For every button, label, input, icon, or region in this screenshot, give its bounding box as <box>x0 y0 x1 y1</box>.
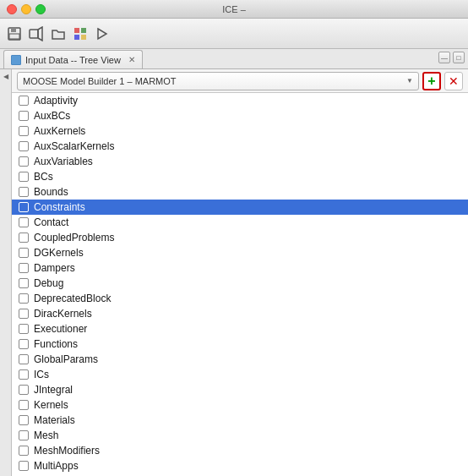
tree-item-label: AuxScalarKernels <box>34 140 114 152</box>
tree-item-label: Dampers <box>34 262 75 274</box>
tree-item-label: GlobalParams <box>34 353 98 365</box>
tree-item-label: Executioner <box>34 323 87 335</box>
tree-item-checkbox[interactable] <box>19 172 29 182</box>
window-controls[interactable] <box>7 4 46 14</box>
tree-item-checkbox[interactable] <box>19 385 29 395</box>
tree-item-label: Kernels <box>34 399 68 411</box>
tree-item[interactable]: Functions <box>12 336 468 352</box>
app-container: Input Data -- Tree View ✕ — □ ◀ MOOSE Mo… <box>0 49 468 476</box>
tree-item[interactable]: Debug <box>12 276 468 291</box>
tree-item[interactable]: AuxBCs <box>12 108 468 123</box>
tree-item-label: AuxBCs <box>34 110 70 122</box>
tree-item-checkbox[interactable] <box>19 324 29 334</box>
panel-maximize-button[interactable]: □ <box>453 52 465 63</box>
tree-item-checkbox[interactable] <box>19 233 29 243</box>
model-select-text: MOOSE Model Builder 1 – MARMOT <box>23 76 403 86</box>
tree-item-label: AuxKernels <box>34 125 85 137</box>
sidebar-toggle[interactable]: ◀ <box>0 69 12 476</box>
tree-item[interactable]: Contact <box>12 215 468 230</box>
tree-item-checkbox[interactable] <box>19 141 29 151</box>
tree-item-label: Mesh <box>34 429 58 441</box>
title-bar: ICE – <box>0 0 468 19</box>
svg-rect-5 <box>74 28 79 33</box>
tree-item[interactable]: DGKernels <box>12 245 468 260</box>
tree-item-checkbox[interactable] <box>19 248 29 258</box>
open-icon[interactable] <box>49 25 68 43</box>
tree-item[interactable]: Constraints <box>12 200 468 215</box>
tree-item[interactable]: Dampers <box>12 260 468 276</box>
tree-item[interactable]: GlobalParams <box>12 352 468 367</box>
tree-item-label: AuxVariables <box>34 156 93 167</box>
tree-list[interactable]: AdaptivityAuxBCsAuxKernelsAuxScalarKerne… <box>12 93 468 476</box>
forward-icon[interactable] <box>93 25 112 43</box>
model-select[interactable]: MOOSE Model Builder 1 – MARMOT ▼ <box>17 72 419 90</box>
tree-item[interactable]: Adaptivity <box>12 93 468 108</box>
tree-item[interactable]: Kernels <box>12 397 468 413</box>
tree-item-label: Contact <box>34 216 68 228</box>
grid-icon[interactable] <box>71 25 90 43</box>
tree-item[interactable]: MultiApps <box>12 458 468 473</box>
tree-item[interactable]: JIntegral <box>12 382 468 397</box>
tree-item-checkbox[interactable] <box>19 263 29 273</box>
tree-item[interactable]: DeprecatedBlock <box>12 291 468 306</box>
tree-item-checkbox[interactable] <box>19 187 29 197</box>
tree-item-checkbox[interactable] <box>19 446 29 456</box>
tree-item-checkbox[interactable] <box>19 461 29 471</box>
tree-item[interactable]: BCs <box>12 169 468 184</box>
tree-item-checkbox[interactable] <box>19 278 29 288</box>
maximize-button[interactable] <box>35 4 46 14</box>
tree-item-checkbox[interactable] <box>19 293 29 304</box>
svg-marker-9 <box>98 29 106 39</box>
tree-item-label: BCs <box>34 171 53 183</box>
tree-item-checkbox[interactable] <box>19 217 29 227</box>
tree-item-label: DeprecatedBlock <box>34 293 111 304</box>
tree-item-checkbox[interactable] <box>19 339 29 349</box>
dropdown-bar: MOOSE Model Builder 1 – MARMOT ▼ + ✕ <box>12 69 468 93</box>
tree-item[interactable]: Bounds <box>12 184 468 200</box>
tree-item-label: Debug <box>34 277 63 289</box>
tree-item-checkbox[interactable] <box>19 309 29 319</box>
tree-item-label: Constraints <box>34 201 85 213</box>
tree-item[interactable]: AuxKernels <box>12 123 468 139</box>
tab-label: Input Data -- Tree View <box>25 55 121 65</box>
tree-item[interactable]: AuxVariables <box>12 154 468 169</box>
tree-item[interactable]: AuxScalarKernels <box>12 139 468 154</box>
panel-controls: — □ <box>438 52 465 63</box>
tree-item[interactable]: Executioner <box>12 321 468 336</box>
tree-item-checkbox[interactable] <box>19 354 29 364</box>
svg-marker-4 <box>38 27 42 41</box>
svg-rect-6 <box>81 28 86 33</box>
toolbar <box>0 19 468 49</box>
remove-model-button[interactable]: ✕ <box>444 72 463 90</box>
svg-rect-7 <box>74 35 79 40</box>
tree-item-checkbox[interactable] <box>19 400 29 410</box>
svg-rect-1 <box>11 28 16 32</box>
tree-item-checkbox[interactable] <box>19 415 29 425</box>
minimize-button[interactable] <box>21 4 31 14</box>
tree-item[interactable]: CoupledProblems <box>12 230 468 245</box>
tree-item-checkbox[interactable] <box>19 111 29 121</box>
tree-item[interactable]: Mesh <box>12 428 468 443</box>
tree-item-checkbox[interactable] <box>19 96 29 106</box>
tree-item-label: Materials <box>34 414 75 426</box>
tree-item-checkbox[interactable] <box>19 369 29 380</box>
add-model-button[interactable]: + <box>422 72 441 90</box>
tree-item-checkbox[interactable] <box>19 430 29 440</box>
tree-item[interactable]: ICs <box>12 367 468 382</box>
content-area: ◀ MOOSE Model Builder 1 – MARMOT ▼ + ✕ A… <box>0 69 468 476</box>
back-icon[interactable] <box>27 25 46 43</box>
tree-item-checkbox[interactable] <box>19 156 29 167</box>
tree-item-checkbox[interactable] <box>19 202 29 212</box>
close-button[interactable] <box>7 4 17 14</box>
dropdown-arrow-icon: ▼ <box>406 77 413 85</box>
tree-view-tab[interactable]: Input Data -- Tree View ✕ <box>3 50 143 68</box>
tree-item-label: Bounds <box>34 186 68 198</box>
tree-item[interactable]: Materials <box>12 413 468 428</box>
window-title: ICE – <box>222 4 246 14</box>
tree-item-checkbox[interactable] <box>19 126 29 136</box>
tab-close-icon[interactable]: ✕ <box>128 55 135 64</box>
tree-item[interactable]: DiracKernels <box>12 306 468 321</box>
panel-minimize-button[interactable]: — <box>438 52 450 63</box>
save-icon[interactable] <box>5 25 24 43</box>
tree-item[interactable]: MeshModifiers <box>12 443 468 458</box>
